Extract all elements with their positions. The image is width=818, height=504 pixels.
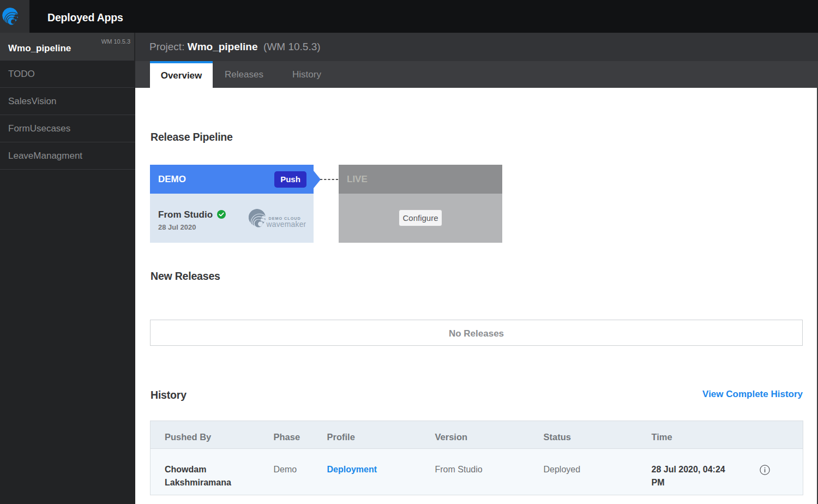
svg-text:wavemaker: wavemaker — [266, 220, 306, 229]
